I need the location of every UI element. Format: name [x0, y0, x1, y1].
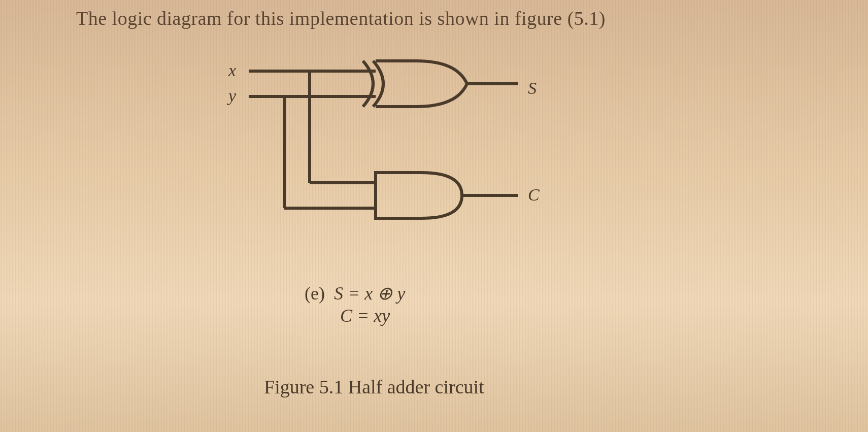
eq-carry: C = xy [340, 306, 390, 326]
output-s-label: S [528, 79, 537, 98]
equations: (e) S = x ⊕ y C = xy [305, 282, 405, 327]
input-y-label: y [228, 86, 236, 106]
eq-sum: S = x ⊕ y [334, 283, 405, 304]
output-c-label: C [528, 185, 540, 205]
figure-caption: Figure 5.1 Half adder circuit [264, 376, 484, 398]
eq-tag: (e) [305, 283, 325, 304]
circuit-svg [244, 56, 599, 249]
input-x-label: x [228, 61, 236, 80]
half-adder-diagram: x y S C [244, 56, 599, 249]
intro-text: The logic diagram for this implementatio… [76, 7, 606, 29]
